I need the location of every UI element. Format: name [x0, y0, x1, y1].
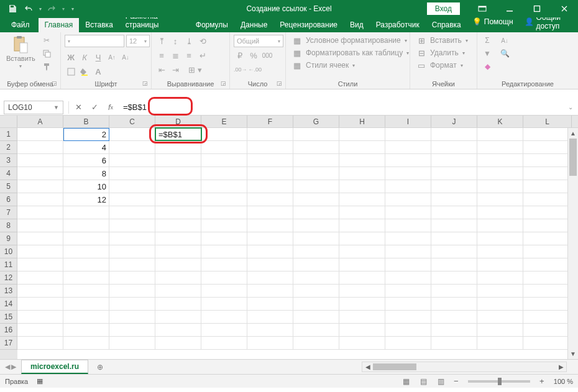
cell[interactable] [155, 167, 201, 180]
tab-help[interactable]: Справка [426, 18, 467, 32]
tab-file[interactable]: Файл [2, 18, 39, 32]
bold-button[interactable]: Ж [65, 51, 77, 63]
cell[interactable] [155, 232, 201, 245]
cell[interactable] [109, 271, 155, 285]
cell[interactable] [431, 141, 477, 154]
cell[interactable] [431, 128, 477, 141]
cell[interactable] [155, 154, 201, 167]
decrease-decimal-button[interactable]: ←.00 [249, 63, 262, 76]
row-header[interactable]: 13 [0, 285, 17, 298]
cell[interactable] [477, 232, 523, 245]
cell[interactable] [247, 193, 293, 206]
cell[interactable] [109, 180, 155, 193]
cell[interactable] [201, 141, 247, 154]
increase-decimal-button[interactable]: .00→ [234, 63, 247, 76]
cancel-formula-button[interactable]: ✕ [70, 101, 86, 114]
active-cell-editor[interactable]: =$B$1 [156, 128, 185, 141]
cell[interactable] [247, 271, 293, 285]
cell[interactable] [523, 154, 572, 167]
scroll-left-button[interactable]: ◀ [362, 363, 373, 370]
cell[interactable] [339, 298, 385, 311]
cell[interactable] [385, 141, 431, 154]
cell[interactable] [155, 245, 201, 258]
cell[interactable] [339, 167, 385, 180]
cell[interactable] [247, 285, 293, 298]
cell[interactable] [63, 219, 109, 232]
decrease-font-button[interactable]: A↓ [119, 51, 132, 63]
cell[interactable] [201, 193, 247, 206]
row-header[interactable]: 11 [0, 258, 17, 271]
cut-button[interactable]: ✂ [40, 35, 53, 46]
copy-button[interactable] [40, 48, 53, 59]
tab-review[interactable]: Рецензирование [273, 18, 344, 32]
cell[interactable] [431, 193, 477, 206]
minimize-button[interactable] [496, 0, 523, 17]
macro-record-button[interactable]: ▦ [37, 377, 43, 385]
cell[interactable] [477, 193, 523, 206]
cell[interactable] [17, 298, 63, 311]
column-header[interactable]: F [247, 116, 293, 127]
cell[interactable] [477, 337, 523, 350]
conditional-formatting-button[interactable]: ▦Условное форматирование▾ [290, 35, 410, 46]
cell[interactable] [247, 324, 293, 337]
cell[interactable] [431, 258, 477, 271]
cell[interactable] [63, 245, 109, 258]
cell[interactable]: 10 [63, 180, 109, 193]
row-header[interactable]: 7 [0, 206, 17, 219]
sheet-tab[interactable]: microexcel.ru [21, 360, 88, 374]
cell[interactable]: 12 [63, 193, 109, 206]
align-left-button[interactable]: ≡ [155, 49, 168, 62]
number-format-select[interactable]: Общий▾ [234, 35, 283, 47]
cell[interactable] [201, 180, 247, 193]
autosum-button[interactable]: Σ [481, 35, 493, 46]
fill-button[interactable]: ▼ [481, 48, 493, 59]
cell[interactable] [247, 245, 293, 258]
cell[interactable] [339, 311, 385, 324]
insert-cells-button[interactable]: ⊞Вставить▾ [414, 35, 470, 46]
cell[interactable] [155, 258, 201, 271]
cell[interactable] [17, 154, 63, 167]
row-header[interactable]: 6 [0, 193, 17, 206]
enter-formula-button[interactable]: ✓ [86, 101, 103, 114]
cell[interactable] [477, 298, 523, 311]
cell[interactable] [201, 337, 247, 350]
underline-button[interactable]: Ч [92, 51, 104, 63]
cell[interactable] [477, 154, 523, 167]
cell[interactable] [63, 337, 109, 350]
cell[interactable] [385, 298, 431, 311]
cell[interactable] [523, 271, 572, 285]
cell[interactable] [339, 232, 385, 245]
column-header[interactable]: K [477, 116, 523, 127]
cell[interactable] [247, 258, 293, 271]
row-header[interactable]: 15 [0, 311, 17, 324]
cell[interactable] [109, 298, 155, 311]
cell[interactable] [385, 180, 431, 193]
cell[interactable] [63, 258, 109, 271]
currency-button[interactable]: ₽ [234, 49, 246, 62]
cell[interactable] [523, 167, 572, 180]
cell[interactable] [109, 154, 155, 167]
cell[interactable] [293, 337, 339, 350]
cell[interactable] [293, 193, 339, 206]
cell[interactable] [339, 271, 385, 285]
tab-home[interactable]: Главная [39, 18, 80, 32]
page-layout-view-button[interactable]: ▤ [417, 376, 431, 387]
cell[interactable] [109, 141, 155, 154]
row-header[interactable]: 12 [0, 271, 17, 285]
italic-button[interactable]: К [78, 51, 91, 63]
cell[interactable] [17, 245, 63, 258]
insert-function-button[interactable]: fx [103, 101, 119, 114]
cell[interactable] [339, 154, 385, 167]
cell[interactable] [523, 206, 572, 219]
cell[interactable] [431, 324, 477, 337]
cell[interactable] [431, 285, 477, 298]
cell[interactable] [109, 324, 155, 337]
column-header[interactable]: A [17, 116, 63, 127]
paste-button[interactable]: Вставить ▾ [4, 35, 38, 70]
cell[interactable] [477, 167, 523, 180]
row-header[interactable]: 10 [0, 245, 17, 258]
row-header[interactable]: 4 [0, 167, 17, 180]
qat-customize-icon[interactable]: ▾ [70, 6, 75, 12]
row-header[interactable]: 8 [0, 219, 17, 232]
row-header[interactable]: 9 [0, 232, 17, 245]
